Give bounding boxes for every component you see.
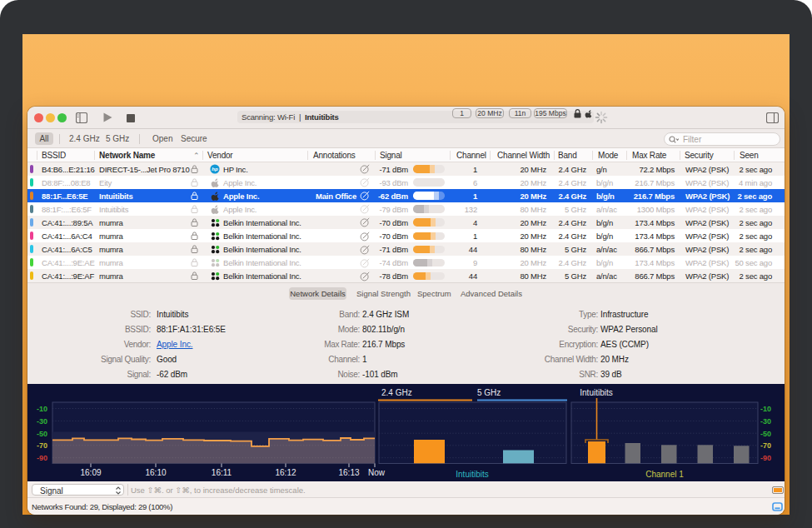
svg-text:-90: -90 [760, 454, 771, 462]
svg-text:-70: -70 [37, 441, 47, 450]
svg-text:-70: -70 [760, 441, 771, 450]
svg-text:16:11: 16:11 [212, 468, 232, 477]
svg-text:2.4 GHz: 2.4 GHz [381, 388, 412, 397]
svg-text:hp: hp [212, 167, 218, 172]
svg-text:Channel 1: Channel 1 [645, 470, 684, 479]
svg-text:Now: Now [368, 468, 386, 477]
svg-text:16:10: 16:10 [145, 468, 166, 477]
svg-text:Intuitibits: Intuitibits [580, 388, 612, 397]
svg-text:Intuitibits: Intuitibits [456, 470, 488, 479]
svg-text:-10: -10 [37, 405, 47, 413]
svg-text:-90: -90 [37, 454, 47, 462]
svg-text:-50: -50 [760, 430, 771, 438]
svg-text:16:12: 16:12 [275, 468, 296, 477]
svg-text:-30: -30 [37, 417, 47, 426]
svg-text:-10: -10 [760, 405, 771, 413]
svg-text:-50: -50 [37, 430, 47, 438]
svg-text:16:09: 16:09 [80, 468, 101, 477]
svg-text:5 GHz: 5 GHz [477, 388, 501, 397]
svg-text:16:13: 16:13 [338, 468, 359, 477]
svg-text:-30: -30 [760, 417, 771, 426]
